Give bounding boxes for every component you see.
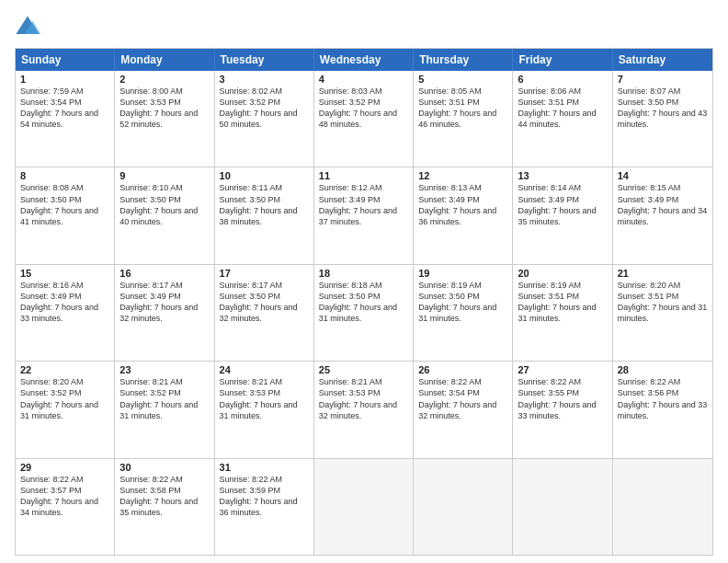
day-number: 31 bbox=[220, 462, 309, 473]
day-number: 15 bbox=[20, 268, 109, 279]
calendar: SundayMondayTuesdayWednesdayThursdayFrid… bbox=[15, 48, 713, 556]
day-info: Sunrise: 8:05 AM Sunset: 3:51 PM Dayligh… bbox=[418, 86, 507, 131]
calendar-week-row: 15Sunrise: 8:16 AM Sunset: 3:49 PM Dayli… bbox=[16, 264, 712, 361]
day-number: 4 bbox=[319, 74, 408, 85]
day-info: Sunrise: 8:21 AM Sunset: 3:53 PM Dayligh… bbox=[319, 376, 408, 421]
day-info: Sunrise: 8:00 AM Sunset: 3:53 PM Dayligh… bbox=[119, 86, 209, 131]
calendar-day-cell: 2Sunrise: 8:00 AM Sunset: 3:53 PM Daylig… bbox=[115, 71, 214, 167]
day-info: Sunrise: 8:22 AM Sunset: 3:59 PM Dayligh… bbox=[220, 474, 309, 519]
day-number: 5 bbox=[418, 74, 507, 85]
calendar-day-cell: 20Sunrise: 8:19 AM Sunset: 3:51 PM Dayli… bbox=[513, 265, 612, 361]
day-number: 16 bbox=[119, 268, 209, 279]
day-number: 26 bbox=[418, 364, 507, 375]
day-info: Sunrise: 8:22 AM Sunset: 3:56 PM Dayligh… bbox=[618, 376, 708, 421]
day-number: 22 bbox=[20, 364, 109, 375]
calendar-day-cell: 26Sunrise: 8:22 AM Sunset: 3:54 PM Dayli… bbox=[414, 362, 513, 457]
calendar-day-cell: 16Sunrise: 8:17 AM Sunset: 3:49 PM Dayli… bbox=[115, 265, 214, 361]
weekday-header: Tuesday bbox=[215, 49, 314, 71]
calendar-day-cell: 10Sunrise: 8:11 AM Sunset: 3:50 PM Dayli… bbox=[215, 167, 314, 263]
calendar-day-cell: 12Sunrise: 8:13 AM Sunset: 3:49 PM Dayli… bbox=[414, 167, 513, 263]
day-number: 11 bbox=[319, 170, 408, 181]
day-number: 12 bbox=[418, 170, 507, 181]
calendar-day-cell: 9Sunrise: 8:10 AM Sunset: 3:50 PM Daylig… bbox=[115, 167, 214, 263]
calendar-day-cell bbox=[314, 459, 414, 555]
calendar-day-cell: 1Sunrise: 7:59 AM Sunset: 3:54 PM Daylig… bbox=[16, 71, 115, 167]
calendar-day-cell: 30Sunrise: 8:22 AM Sunset: 3:58 PM Dayli… bbox=[115, 459, 214, 555]
calendar-day-cell: 25Sunrise: 8:21 AM Sunset: 3:53 PM Dayli… bbox=[314, 362, 414, 457]
calendar-day-cell: 14Sunrise: 8:15 AM Sunset: 3:49 PM Dayli… bbox=[613, 167, 712, 263]
day-info: Sunrise: 8:13 AM Sunset: 3:49 PM Dayligh… bbox=[418, 182, 507, 227]
calendar-day-cell: 7Sunrise: 8:07 AM Sunset: 3:50 PM Daylig… bbox=[613, 71, 712, 167]
calendar-day-cell: 23Sunrise: 8:21 AM Sunset: 3:52 PM Dayli… bbox=[115, 362, 214, 457]
day-info: Sunrise: 8:06 AM Sunset: 3:51 PM Dayligh… bbox=[518, 86, 607, 131]
day-number: 1 bbox=[20, 74, 109, 85]
day-number: 24 bbox=[220, 364, 309, 375]
logo bbox=[15, 15, 44, 40]
header bbox=[15, 15, 713, 40]
calendar-day-cell: 17Sunrise: 8:17 AM Sunset: 3:50 PM Dayli… bbox=[215, 265, 314, 361]
calendar-day-cell: 4Sunrise: 8:03 AM Sunset: 3:52 PM Daylig… bbox=[314, 71, 414, 167]
day-info: Sunrise: 8:03 AM Sunset: 3:52 PM Dayligh… bbox=[319, 86, 408, 131]
calendar-day-cell: 31Sunrise: 8:22 AM Sunset: 3:59 PM Dayli… bbox=[215, 459, 314, 555]
day-number: 6 bbox=[518, 74, 607, 85]
day-info: Sunrise: 8:07 AM Sunset: 3:50 PM Dayligh… bbox=[618, 86, 708, 131]
calendar-day-cell: 29Sunrise: 8:22 AM Sunset: 3:57 PM Dayli… bbox=[16, 459, 115, 555]
day-info: Sunrise: 8:02 AM Sunset: 3:52 PM Dayligh… bbox=[220, 86, 309, 131]
calendar-day-cell: 22Sunrise: 8:20 AM Sunset: 3:52 PM Dayli… bbox=[16, 362, 115, 457]
calendar-day-cell: 27Sunrise: 8:22 AM Sunset: 3:55 PM Dayli… bbox=[513, 362, 612, 457]
day-info: Sunrise: 8:19 AM Sunset: 3:51 PM Dayligh… bbox=[518, 280, 607, 325]
day-info: Sunrise: 8:19 AM Sunset: 3:50 PM Dayligh… bbox=[418, 280, 507, 325]
day-info: Sunrise: 8:10 AM Sunset: 3:50 PM Dayligh… bbox=[119, 182, 209, 227]
calendar-body: 1Sunrise: 7:59 AM Sunset: 3:54 PM Daylig… bbox=[16, 71, 712, 555]
calendar-day-cell bbox=[513, 459, 612, 555]
weekday-header: Friday bbox=[513, 49, 612, 71]
weekday-header: Monday bbox=[115, 49, 214, 71]
day-info: Sunrise: 8:11 AM Sunset: 3:50 PM Dayligh… bbox=[220, 182, 309, 227]
day-number: 9 bbox=[119, 170, 209, 181]
day-number: 2 bbox=[119, 74, 209, 85]
calendar-week-row: 1Sunrise: 7:59 AM Sunset: 3:54 PM Daylig… bbox=[16, 71, 712, 167]
day-info: Sunrise: 7:59 AM Sunset: 3:54 PM Dayligh… bbox=[20, 86, 109, 131]
day-number: 23 bbox=[119, 364, 209, 375]
day-number: 8 bbox=[20, 170, 109, 181]
day-number: 27 bbox=[518, 364, 607, 375]
calendar-day-cell: 18Sunrise: 8:18 AM Sunset: 3:50 PM Dayli… bbox=[314, 265, 414, 361]
day-info: Sunrise: 8:21 AM Sunset: 3:52 PM Dayligh… bbox=[119, 376, 209, 421]
day-number: 3 bbox=[220, 74, 309, 85]
day-number: 13 bbox=[518, 170, 607, 181]
day-info: Sunrise: 8:17 AM Sunset: 3:49 PM Dayligh… bbox=[119, 280, 209, 325]
day-number: 25 bbox=[319, 364, 408, 375]
day-info: Sunrise: 8:12 AM Sunset: 3:49 PM Dayligh… bbox=[319, 182, 408, 227]
page: SundayMondayTuesdayWednesdayThursdayFrid… bbox=[0, 0, 728, 563]
day-info: Sunrise: 8:15 AM Sunset: 3:49 PM Dayligh… bbox=[618, 182, 708, 227]
day-number: 10 bbox=[220, 170, 309, 181]
calendar-week-row: 29Sunrise: 8:22 AM Sunset: 3:57 PM Dayli… bbox=[16, 458, 712, 555]
day-info: Sunrise: 8:17 AM Sunset: 3:50 PM Dayligh… bbox=[220, 280, 309, 325]
weekday-header: Sunday bbox=[16, 49, 115, 71]
calendar-day-cell: 8Sunrise: 8:08 AM Sunset: 3:50 PM Daylig… bbox=[16, 167, 115, 263]
day-info: Sunrise: 8:18 AM Sunset: 3:50 PM Dayligh… bbox=[319, 280, 408, 325]
day-number: 19 bbox=[418, 268, 507, 279]
day-info: Sunrise: 8:22 AM Sunset: 3:55 PM Dayligh… bbox=[518, 376, 607, 421]
calendar-day-cell: 3Sunrise: 8:02 AM Sunset: 3:52 PM Daylig… bbox=[215, 71, 314, 167]
calendar-day-cell: 6Sunrise: 8:06 AM Sunset: 3:51 PM Daylig… bbox=[513, 71, 612, 167]
calendar-day-cell: 5Sunrise: 8:05 AM Sunset: 3:51 PM Daylig… bbox=[414, 71, 513, 167]
calendar-day-cell: 21Sunrise: 8:20 AM Sunset: 3:51 PM Dayli… bbox=[613, 265, 712, 361]
weekday-header: Thursday bbox=[414, 49, 513, 71]
calendar-day-cell: 13Sunrise: 8:14 AM Sunset: 3:49 PM Dayli… bbox=[513, 167, 612, 263]
day-info: Sunrise: 8:14 AM Sunset: 3:49 PM Dayligh… bbox=[518, 182, 607, 227]
day-info: Sunrise: 8:22 AM Sunset: 3:54 PM Dayligh… bbox=[418, 376, 507, 421]
day-info: Sunrise: 8:22 AM Sunset: 3:57 PM Dayligh… bbox=[20, 474, 109, 519]
calendar-day-cell: 24Sunrise: 8:21 AM Sunset: 3:53 PM Dayli… bbox=[215, 362, 314, 457]
day-info: Sunrise: 8:22 AM Sunset: 3:58 PM Dayligh… bbox=[119, 474, 209, 519]
calendar-day-cell: 28Sunrise: 8:22 AM Sunset: 3:56 PM Dayli… bbox=[613, 362, 712, 457]
day-info: Sunrise: 8:21 AM Sunset: 3:53 PM Dayligh… bbox=[220, 376, 309, 421]
calendar-header: SundayMondayTuesdayWednesdayThursdayFrid… bbox=[16, 49, 712, 71]
day-info: Sunrise: 8:16 AM Sunset: 3:49 PM Dayligh… bbox=[20, 280, 109, 325]
day-number: 18 bbox=[319, 268, 408, 279]
calendar-day-cell: 19Sunrise: 8:19 AM Sunset: 3:50 PM Dayli… bbox=[414, 265, 513, 361]
day-number: 17 bbox=[220, 268, 309, 279]
calendar-day-cell: 11Sunrise: 8:12 AM Sunset: 3:49 PM Dayli… bbox=[314, 167, 414, 263]
day-info: Sunrise: 8:20 AM Sunset: 3:52 PM Dayligh… bbox=[20, 376, 109, 421]
calendar-day-cell bbox=[613, 459, 712, 555]
